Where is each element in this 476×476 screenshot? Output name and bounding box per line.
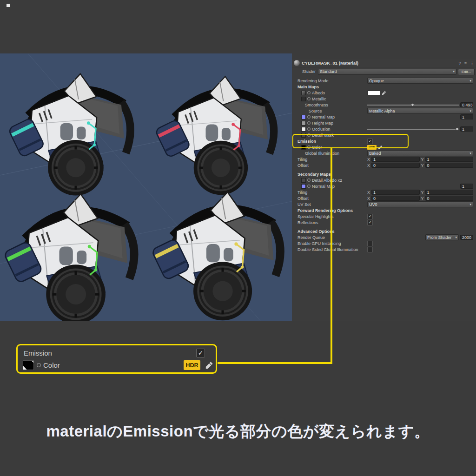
row-tiling-secondary: Tiling X 1 Y 1 bbox=[292, 189, 476, 195]
metallic-texture-thumb[interactable] bbox=[301, 97, 306, 101]
eyedropper-icon[interactable] bbox=[382, 91, 386, 95]
row-detail-albedo: Detail Albedo x2 bbox=[292, 177, 476, 183]
object-picker-icon[interactable] bbox=[307, 178, 311, 182]
tiling-2-x-field[interactable]: 1 bbox=[371, 190, 419, 195]
inspector-panel: CYBERMASK_01 (Material) ? ≡ ⋮ Shader Sta… bbox=[292, 59, 476, 321]
row-tiling-main: Tiling X 1 Y 1 bbox=[292, 156, 476, 162]
object-picker-icon[interactable] bbox=[307, 91, 311, 94]
tiling-label: Tiling bbox=[298, 189, 307, 195]
object-picker-icon[interactable] bbox=[307, 185, 311, 188]
reflections-checkbox[interactable]: ✓ bbox=[367, 220, 373, 225]
emission-callout: Emission ✓ Color HDR bbox=[16, 344, 217, 374]
secondary-maps-header: Secondary Maps bbox=[298, 171, 331, 177]
occlusion-slider[interactable] bbox=[367, 126, 459, 132]
render-queue-number-field[interactable]: 2000 bbox=[460, 235, 473, 240]
render-queue-dropdown[interactable]: From Shader ▾ bbox=[425, 234, 459, 240]
smoothness-label: Smoothness bbox=[305, 102, 328, 108]
normal-map-scale-field[interactable]: 1 bbox=[460, 114, 473, 119]
row-offset-secondary: Offset X 0 Y 0 bbox=[292, 195, 476, 201]
row-reflections: Reflections ✓ bbox=[292, 219, 476, 225]
smoothness-slider[interactable] bbox=[367, 102, 459, 107]
slider-handle[interactable] bbox=[411, 103, 414, 106]
main-maps-header: Main Maps bbox=[298, 84, 319, 90]
row-normal-map-2: Normal Map 1 bbox=[292, 183, 476, 189]
check-icon: ✓ bbox=[198, 350, 203, 357]
object-picker-icon[interactable] bbox=[37, 363, 41, 367]
callout-emission-checkbox[interactable]: ✓ bbox=[196, 349, 205, 357]
chevron-down-icon: ▾ bbox=[469, 109, 471, 113]
normal-map-2-scale-field[interactable]: 1 bbox=[460, 184, 473, 189]
height-map-texture-thumb[interactable] bbox=[301, 121, 306, 126]
offset-2-y-field[interactable]: 0 bbox=[425, 196, 473, 201]
smoothness-value-field[interactable]: 0.493 bbox=[460, 102, 473, 107]
albedo-color-swatch[interactable] bbox=[367, 91, 380, 95]
forward-rendering-header: Forward Rendering Options bbox=[298, 207, 353, 213]
eyedropper-icon[interactable] bbox=[204, 360, 214, 370]
source-dropdown[interactable]: Metallic Alpha ▾ bbox=[367, 108, 473, 114]
offset-x-field[interactable]: 0 bbox=[371, 163, 419, 168]
offset-label: Offset bbox=[298, 162, 309, 168]
x-axis-label: X bbox=[367, 196, 370, 201]
shader-edit-button[interactable]: Edit... bbox=[458, 69, 475, 75]
occlusion-texture-thumb[interactable] bbox=[301, 127, 306, 132]
uv-set-dropdown[interactable]: UV0 ▾ bbox=[367, 201, 473, 207]
chevron-down-icon: ▾ bbox=[469, 203, 471, 206]
row-render-queue: Render Queue From Shader ▾ 2000 bbox=[292, 234, 476, 240]
mask-render-cyan bbox=[7, 69, 143, 201]
row-secondary-maps-header: Secondary Maps bbox=[292, 171, 476, 177]
reflections-label: Reflections bbox=[298, 219, 318, 225]
occlusion-value-field[interactable]: 1 bbox=[460, 126, 473, 132]
specular-highlights-checkbox[interactable]: ✓ bbox=[367, 214, 373, 219]
height-map-label: Height Map bbox=[312, 121, 333, 126]
tiling-2-y-field[interactable]: 1 bbox=[425, 190, 473, 195]
occlusion-label: Occlusion bbox=[312, 127, 331, 132]
row-advanced-header: Advanced Options bbox=[292, 228, 476, 234]
row-height-map: Height Map bbox=[292, 120, 476, 126]
object-picker-icon[interactable] bbox=[307, 127, 311, 131]
offset-y-field[interactable]: 0 bbox=[425, 163, 473, 168]
callout-hdr-button[interactable]: HDR bbox=[184, 360, 200, 370]
normal-map-2-texture-thumb[interactable] bbox=[301, 184, 306, 189]
shader-dropdown[interactable]: Standard ▾ bbox=[318, 69, 456, 75]
tiling-y-field[interactable]: 1 bbox=[425, 157, 473, 162]
scene-viewport[interactable] bbox=[0, 53, 292, 321]
double-sided-gi-checkbox[interactable] bbox=[367, 247, 373, 252]
global-illumination-value: Baked bbox=[369, 151, 469, 156]
detail-albedo-texture-thumb[interactable] bbox=[301, 178, 306, 183]
source-label: Source bbox=[309, 108, 322, 114]
x-axis-label: X bbox=[367, 157, 370, 162]
row-main-maps-header: Main Maps bbox=[292, 84, 476, 90]
help-icon[interactable]: ? bbox=[459, 61, 461, 66]
x-axis-label: X bbox=[367, 163, 370, 168]
object-picker-icon[interactable] bbox=[307, 121, 311, 125]
callout-connector-horizontal bbox=[218, 362, 332, 364]
check-icon: ✓ bbox=[369, 221, 372, 225]
presets-icon[interactable]: ≡ bbox=[464, 61, 467, 66]
tiling-label: Tiling bbox=[298, 156, 307, 162]
mask-render-green bbox=[2, 189, 148, 321]
normal-map-texture-thumb[interactable] bbox=[301, 115, 306, 119]
chevron-down-icon: ▾ bbox=[455, 236, 457, 239]
global-illumination-dropdown[interactable]: Baked ▾ bbox=[367, 150, 473, 156]
object-picker-icon[interactable] bbox=[307, 115, 311, 119]
gpu-instancing-checkbox[interactable] bbox=[367, 241, 373, 246]
context-menu-icon[interactable]: ⋮ bbox=[470, 61, 474, 66]
slider-handle[interactable] bbox=[456, 127, 459, 131]
material-header: CYBERMASK_01 (Material) ? ≡ ⋮ bbox=[292, 59, 476, 67]
row-specular-highlights: Specular Highlights ✓ bbox=[292, 213, 476, 219]
shader-value: Standard bbox=[320, 69, 453, 74]
albedo-texture-thumb[interactable] bbox=[301, 91, 306, 95]
material-preview-sphere-icon bbox=[294, 60, 300, 66]
rendering-mode-dropdown[interactable]: Opaque ▾ bbox=[367, 78, 473, 84]
check-icon: ✓ bbox=[369, 215, 372, 218]
row-occlusion: Occlusion 1 bbox=[292, 126, 476, 132]
stray-pixel-artifact bbox=[7, 4, 10, 7]
metallic-label: Metallic bbox=[312, 97, 326, 101]
object-picker-icon[interactable] bbox=[307, 97, 311, 100]
emission-highlight-box bbox=[292, 134, 409, 148]
detail-albedo-label: Detail Albedo x2 bbox=[312, 178, 342, 183]
y-axis-label: Y bbox=[421, 163, 424, 168]
callout-emission-texture-thumb[interactable] bbox=[23, 360, 34, 370]
offset-2-x-field[interactable]: 0 bbox=[371, 196, 419, 201]
tiling-x-field[interactable]: 1 bbox=[371, 157, 419, 162]
